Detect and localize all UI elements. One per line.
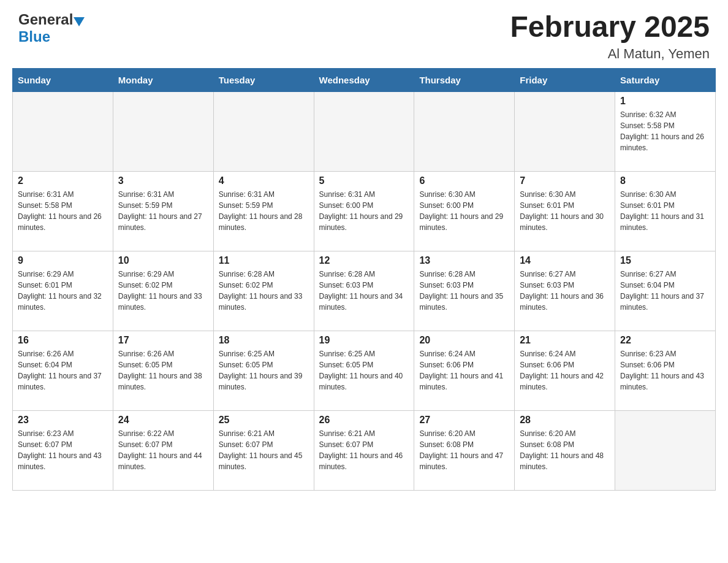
day-number: 19 — [319, 335, 409, 346]
calendar-day-cell: 18Sunrise: 6:25 AMSunset: 6:05 PMDayligh… — [213, 331, 314, 410]
calendar-day-cell: 21Sunrise: 6:24 AMSunset: 6:06 PMDayligh… — [515, 331, 615, 410]
calendar-week-row: 2Sunrise: 6:31 AMSunset: 5:58 PMDaylight… — [13, 171, 716, 251]
day-info: Sunrise: 6:31 AMSunset: 5:59 PMDaylight:… — [118, 189, 208, 233]
logo: General Blue — [18, 11, 85, 45]
day-number: 9 — [18, 255, 108, 266]
day-info: Sunrise: 6:29 AMSunset: 6:01 PMDaylight:… — [18, 269, 108, 313]
calendar-day-cell: 1Sunrise: 6:32 AMSunset: 5:58 PMDaylight… — [615, 91, 716, 171]
col-thursday: Thursday — [414, 68, 515, 91]
calendar-day-cell: 28Sunrise: 6:20 AMSunset: 6:08 PMDayligh… — [515, 410, 615, 490]
calendar-day-cell: 5Sunrise: 6:31 AMSunset: 6:00 PMDaylight… — [314, 171, 414, 251]
day-info: Sunrise: 6:30 AMSunset: 6:00 PMDaylight:… — [419, 189, 509, 233]
calendar-day-cell: 25Sunrise: 6:21 AMSunset: 6:07 PMDayligh… — [213, 410, 314, 490]
day-info: Sunrise: 6:21 AMSunset: 6:07 PMDaylight:… — [219, 428, 309, 472]
calendar-week-row: 23Sunrise: 6:23 AMSunset: 6:07 PMDayligh… — [13, 410, 716, 490]
day-info: Sunrise: 6:20 AMSunset: 6:08 PMDaylight:… — [419, 428, 509, 472]
day-info: Sunrise: 6:26 AMSunset: 6:04 PMDaylight:… — [18, 348, 108, 393]
day-number: 27 — [419, 415, 509, 426]
day-info: Sunrise: 6:27 AMSunset: 6:03 PMDaylight:… — [520, 269, 610, 313]
calendar-day-cell — [213, 91, 314, 171]
day-info: Sunrise: 6:30 AMSunset: 6:01 PMDaylight:… — [520, 189, 610, 233]
day-number: 3 — [118, 175, 208, 186]
logo-blue-text: Blue — [18, 28, 50, 45]
day-number: 2 — [18, 175, 108, 186]
calendar-day-cell: 24Sunrise: 6:22 AMSunset: 6:07 PMDayligh… — [113, 410, 213, 490]
col-monday: Monday — [113, 68, 213, 91]
day-number: 16 — [18, 335, 108, 346]
day-number: 8 — [620, 175, 710, 186]
calendar-day-cell: 14Sunrise: 6:27 AMSunset: 6:03 PMDayligh… — [515, 251, 615, 331]
calendar-day-cell: 12Sunrise: 6:28 AMSunset: 6:03 PMDayligh… — [314, 251, 414, 331]
day-info: Sunrise: 6:28 AMSunset: 6:03 PMDaylight:… — [319, 269, 409, 313]
calendar-day-cell: 15Sunrise: 6:27 AMSunset: 6:04 PMDayligh… — [615, 251, 716, 331]
day-number: 12 — [319, 255, 409, 266]
logo-triangle-icon — [74, 17, 85, 26]
day-info: Sunrise: 6:31 AMSunset: 6:00 PMDaylight:… — [319, 189, 409, 233]
calendar-day-cell: 20Sunrise: 6:24 AMSunset: 6:06 PMDayligh… — [414, 331, 515, 410]
day-info: Sunrise: 6:23 AMSunset: 6:06 PMDaylight:… — [620, 348, 710, 393]
day-info: Sunrise: 6:28 AMSunset: 6:02 PMDaylight:… — [219, 269, 309, 313]
calendar-day-cell: 2Sunrise: 6:31 AMSunset: 5:58 PMDaylight… — [13, 171, 113, 251]
day-info: Sunrise: 6:23 AMSunset: 6:07 PMDaylight:… — [18, 428, 108, 472]
calendar-day-cell — [615, 410, 716, 490]
day-number: 21 — [520, 335, 610, 346]
calendar-day-cell: 10Sunrise: 6:29 AMSunset: 6:02 PMDayligh… — [113, 251, 213, 331]
day-number: 22 — [620, 335, 710, 346]
day-info: Sunrise: 6:21 AMSunset: 6:07 PMDaylight:… — [319, 428, 409, 472]
day-number: 7 — [520, 175, 610, 186]
day-number: 11 — [219, 255, 309, 266]
calendar-day-cell: 9Sunrise: 6:29 AMSunset: 6:01 PMDaylight… — [13, 251, 113, 331]
day-number: 25 — [219, 415, 309, 426]
calendar-day-cell — [113, 91, 213, 171]
day-number: 13 — [419, 255, 509, 266]
calendar-day-cell: 16Sunrise: 6:26 AMSunset: 6:04 PMDayligh… — [13, 331, 113, 410]
calendar-subtitle: Al Matun, Yemen — [510, 46, 710, 62]
calendar-day-cell: 17Sunrise: 6:26 AMSunset: 6:05 PMDayligh… — [113, 331, 213, 410]
calendar-day-cell: 6Sunrise: 6:30 AMSunset: 6:00 PMDaylight… — [414, 171, 515, 251]
col-friday: Friday — [515, 68, 615, 91]
calendar-day-cell: 22Sunrise: 6:23 AMSunset: 6:06 PMDayligh… — [615, 331, 716, 410]
calendar-day-cell: 27Sunrise: 6:20 AMSunset: 6:08 PMDayligh… — [414, 410, 515, 490]
day-info: Sunrise: 6:31 AMSunset: 5:58 PMDaylight:… — [18, 189, 108, 233]
day-info: Sunrise: 6:25 AMSunset: 6:05 PMDaylight:… — [319, 348, 409, 393]
logo-general-text: General — [18, 11, 73, 28]
day-info: Sunrise: 6:20 AMSunset: 6:08 PMDaylight:… — [520, 428, 610, 472]
day-info: Sunrise: 6:28 AMSunset: 6:03 PMDaylight:… — [419, 269, 509, 313]
col-saturday: Saturday — [615, 68, 716, 91]
day-number: 18 — [219, 335, 309, 346]
day-number: 10 — [118, 255, 208, 266]
calendar-day-cell: 23Sunrise: 6:23 AMSunset: 6:07 PMDayligh… — [13, 410, 113, 490]
calendar-day-cell — [13, 91, 113, 171]
calendar-day-cell: 19Sunrise: 6:25 AMSunset: 6:05 PMDayligh… — [314, 331, 414, 410]
calendar-day-cell: 3Sunrise: 6:31 AMSunset: 5:59 PMDaylight… — [113, 171, 213, 251]
day-info: Sunrise: 6:29 AMSunset: 6:02 PMDaylight:… — [118, 269, 208, 313]
col-wednesday: Wednesday — [314, 68, 414, 91]
day-number: 26 — [319, 415, 409, 426]
calendar-header-row: Sunday Monday Tuesday Wednesday Thursday… — [13, 68, 716, 91]
day-number: 14 — [520, 255, 610, 266]
calendar-table: Sunday Monday Tuesday Wednesday Thursday… — [12, 68, 716, 491]
col-tuesday: Tuesday — [213, 68, 314, 91]
calendar-day-cell: 4Sunrise: 6:31 AMSunset: 5:59 PMDaylight… — [213, 171, 314, 251]
day-info: Sunrise: 6:26 AMSunset: 6:05 PMDaylight:… — [118, 348, 208, 393]
day-info: Sunrise: 6:27 AMSunset: 6:04 PMDaylight:… — [620, 269, 710, 313]
day-info: Sunrise: 6:24 AMSunset: 6:06 PMDaylight:… — [520, 348, 610, 393]
day-number: 5 — [319, 175, 409, 186]
day-number: 17 — [118, 335, 208, 346]
day-number: 24 — [118, 415, 208, 426]
day-number: 6 — [419, 175, 509, 186]
day-info: Sunrise: 6:22 AMSunset: 6:07 PMDaylight:… — [118, 428, 208, 472]
calendar-day-cell — [515, 91, 615, 171]
day-number: 23 — [18, 415, 108, 426]
col-sunday: Sunday — [13, 68, 113, 91]
calendar-week-row: 9Sunrise: 6:29 AMSunset: 6:01 PMDaylight… — [13, 251, 716, 331]
calendar-day-cell: 7Sunrise: 6:30 AMSunset: 6:01 PMDaylight… — [515, 171, 615, 251]
calendar-day-cell — [414, 91, 515, 171]
day-info: Sunrise: 6:32 AMSunset: 5:58 PMDaylight:… — [620, 109, 710, 153]
day-number: 15 — [620, 255, 710, 266]
calendar-day-cell — [314, 91, 414, 171]
day-number: 28 — [520, 415, 610, 426]
day-number: 4 — [219, 175, 309, 186]
day-info: Sunrise: 6:25 AMSunset: 6:05 PMDaylight:… — [219, 348, 309, 393]
calendar-day-cell: 26Sunrise: 6:21 AMSunset: 6:07 PMDayligh… — [314, 410, 414, 490]
